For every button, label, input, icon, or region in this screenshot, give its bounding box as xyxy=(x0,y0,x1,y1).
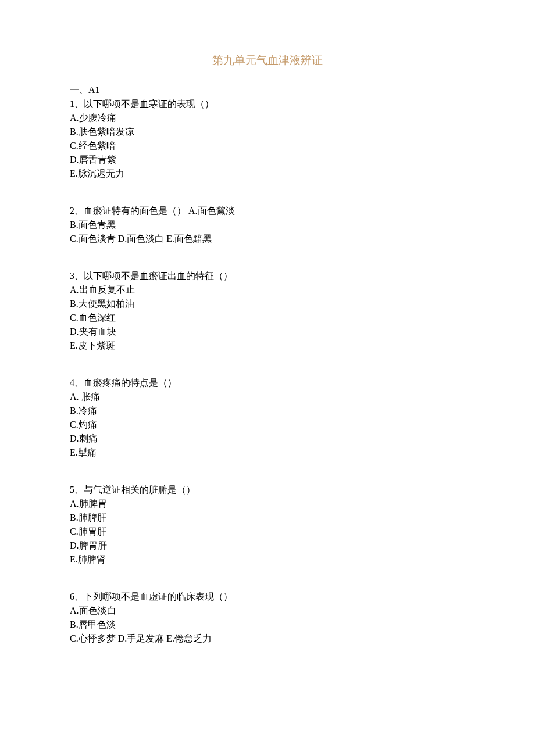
option: C.经色紫暗 xyxy=(70,139,465,153)
option: B.唇甲色淡 xyxy=(70,618,465,632)
option: D.刺痛 xyxy=(70,432,465,446)
option: D.唇舌青紫 xyxy=(70,153,465,167)
option: A.面色淡白 xyxy=(70,604,465,618)
document-title: 第九单元气血津液辨证 xyxy=(70,52,465,69)
document-page: 第九单元气血津液辨证 一、A1 1、以下哪项不是血寒证的表现（） A.少腹冷痛 … xyxy=(0,0,535,756)
option: B.肺脾肝 xyxy=(70,511,465,525)
question-stem: 6、下列哪项不是血虚证的临床表现（） xyxy=(70,590,465,604)
question-stem: 2、血瘀证特有的面色是（） A.面色黧淡 xyxy=(70,204,465,218)
question-block: 6、下列哪项不是血虚证的临床表现（） A.面色淡白 B.唇甲色淡 C.心悸多梦 … xyxy=(70,590,465,646)
option: A.少腹冷痛 xyxy=(70,111,465,125)
question-stem: 5、与气逆证相关的脏腑是（） xyxy=(70,483,465,497)
question-stem: 3、以下哪项不是血瘀证出血的特征（） xyxy=(70,269,465,283)
option: C.肺胃肝 xyxy=(70,525,465,539)
option: B.面色青黑 xyxy=(70,218,465,232)
question-block: 2、血瘀证特有的面色是（） A.面色黧淡 B.面色青黑 C.面色淡青 D.面色淡… xyxy=(70,204,465,246)
option: B.大便黑如柏油 xyxy=(70,297,465,311)
option: E.掣痛 xyxy=(70,446,465,460)
question-stem: 4、血瘀疼痛的特点是（） xyxy=(70,376,465,390)
option: A.肺脾胃 xyxy=(70,497,465,511)
question-block: 1、以下哪项不是血寒证的表现（） A.少腹冷痛 B.肤色紫暗发凉 C.经色紫暗 … xyxy=(70,97,465,181)
option: C.灼痛 xyxy=(70,418,465,432)
option: C.面色淡青 D.面色淡白 E.面色黯黑 xyxy=(70,232,465,246)
option: A.出血反复不止 xyxy=(70,283,465,297)
option: E.肺脾肾 xyxy=(70,553,465,567)
question-block: 3、以下哪项不是血瘀证出血的特征（） A.出血反复不止 B.大便黑如柏油 C.血… xyxy=(70,269,465,353)
option: C.心悸多梦 D.手足发麻 E.倦怠乏力 xyxy=(70,632,465,646)
option: C.血色深红 xyxy=(70,311,465,325)
section-header: 一、A1 xyxy=(70,83,465,97)
option: E.皮下紫斑 xyxy=(70,339,465,353)
question-block: 4、血瘀疼痛的特点是（） A. 胀痛 B.冷痛 C.灼痛 D.刺痛 E.掣痛 xyxy=(70,376,465,460)
option: B.肤色紫暗发凉 xyxy=(70,125,465,139)
option: D.脾胃肝 xyxy=(70,539,465,553)
option: A. 胀痛 xyxy=(70,390,465,404)
question-block: 5、与气逆证相关的脏腑是（） A.肺脾胃 B.肺脾肝 C.肺胃肝 D.脾胃肝 E… xyxy=(70,483,465,567)
question-stem: 1、以下哪项不是血寒证的表现（） xyxy=(70,97,465,111)
option: B.冷痛 xyxy=(70,404,465,418)
option: E.脉沉迟无力 xyxy=(70,167,465,181)
option: D.夹有血块 xyxy=(70,325,465,339)
